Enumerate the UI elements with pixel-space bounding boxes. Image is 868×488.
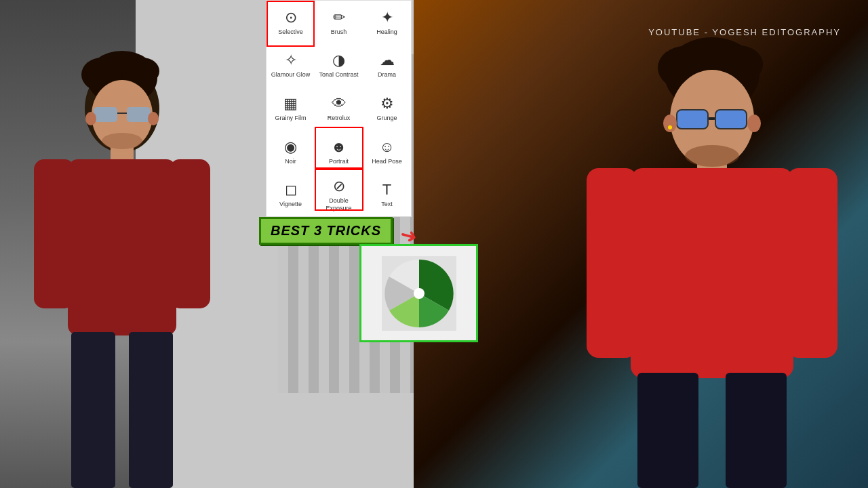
watermark-text: YOUTUBE - YOGESH EDITOGRAPHY	[648, 27, 841, 37]
drama-icon: ☁	[380, 52, 395, 69]
svg-rect-9	[129, 332, 173, 488]
svg-point-36	[685, 145, 739, 167]
tool-portrait[interactable]: ☻ Portrait	[315, 130, 363, 174]
svg-rect-31	[708, 117, 715, 120]
svg-rect-11	[94, 107, 117, 122]
tool-text[interactable]: T Text	[363, 173, 411, 216]
healing-icon: ✦	[381, 9, 393, 26]
selective-icon: ⊙	[285, 9, 297, 26]
svg-rect-7	[170, 159, 210, 308]
svg-rect-25	[787, 168, 837, 358]
color-wheel-area	[359, 244, 478, 342]
svg-rect-27	[726, 373, 787, 488]
svg-rect-30	[715, 110, 747, 129]
person-right-figure	[576, 14, 848, 488]
portrait-icon: ☻	[331, 138, 347, 156]
best-tricks-banner: BEST 3 TRICKS	[259, 217, 393, 245]
svg-rect-24	[587, 168, 637, 358]
svg-rect-29	[677, 110, 708, 129]
glamour-glow-label: Glamour Glow	[271, 71, 311, 79]
head-pose-icon: ☺	[379, 138, 394, 156]
healing-label: Healing	[376, 28, 397, 36]
toolbar-panel: ⊙ Selective ✏ Brush ✦ Healing ✧ Glamour …	[266, 0, 412, 217]
noir-label: Noir	[285, 158, 296, 165]
double-exposure-icon: ⊘	[333, 178, 345, 195]
main-container: ⊙ Selective ✏ Brush ✦ Healing ✧ Glamour …	[0, 0, 868, 488]
vignette-label: Vignette	[279, 201, 302, 208]
glamour-glow-icon: ✧	[285, 52, 297, 69]
tool-drama[interactable]: ☁ Drama	[363, 44, 411, 87]
brush-icon: ✏	[333, 9, 345, 26]
retrolux-label: Retrolux	[328, 115, 351, 122]
tool-grunge[interactable]: ⚙ Grunge	[363, 87, 411, 130]
double-exposure-label: Double Exposure	[316, 197, 361, 212]
grunge-icon: ⚙	[380, 95, 394, 113]
portrait-label: Portrait	[329, 158, 349, 165]
vignette-icon: ◻	[285, 181, 297, 199]
tool-double-exposure[interactable]: ⊘ Double Exposure	[315, 173, 363, 216]
grainy-film-label: Grainy Film	[275, 115, 306, 122]
tool-retrolux[interactable]: 👁 Retrolux	[315, 87, 363, 130]
tool-grainy-film[interactable]: ▦ Grainy Film	[267, 87, 315, 130]
retrolux-icon: 👁	[332, 95, 347, 113]
svg-rect-8	[71, 332, 115, 488]
svg-rect-23	[631, 168, 793, 378]
svg-point-34	[663, 115, 677, 132]
tool-selective[interactable]: ⊙ Selective	[267, 1, 315, 44]
selective-label: Selective	[278, 28, 303, 36]
svg-point-18	[414, 288, 425, 299]
svg-rect-12	[127, 107, 151, 122]
svg-point-35	[747, 115, 761, 132]
tool-tonal-contrast[interactable]: ◑ Tonal Contrast	[315, 44, 363, 87]
text-icon: T	[382, 181, 391, 199]
tool-brush[interactable]: ✏ Brush	[315, 1, 363, 44]
tool-vignette[interactable]: ◻ Vignette	[267, 173, 315, 216]
head-pose-label: Head Pose	[372, 158, 402, 165]
grainy-film-icon: ▦	[283, 95, 298, 113]
tonal-contrast-icon: ◑	[332, 52, 345, 69]
svg-point-37	[668, 125, 672, 129]
grunge-label: Grunge	[376, 115, 397, 122]
svg-point-3	[125, 58, 159, 85]
tool-noir[interactable]: ◉ Noir	[267, 130, 315, 174]
svg-point-14	[85, 112, 96, 125]
text-label: Text	[381, 201, 393, 208]
right-photo-panel: YOUTUBE - YOGESH EDITOGRAPHY	[414, 0, 868, 488]
svg-point-16	[102, 133, 142, 149]
brush-label: Brush	[331, 28, 347, 36]
tool-glamour-glow[interactable]: ✧ Glamour Glow	[267, 44, 315, 87]
svg-rect-5	[68, 159, 176, 336]
tool-head-pose[interactable]: ☺ Head Pose	[363, 130, 411, 174]
tool-healing[interactable]: ✦ Healing	[363, 1, 411, 44]
svg-point-15	[148, 112, 159, 125]
svg-rect-26	[637, 373, 698, 488]
drama-label: Drama	[378, 71, 396, 79]
color-wheel-svg	[382, 256, 456, 331]
svg-rect-6	[34, 159, 75, 308]
tonal-contrast-label: Tonal Contrast	[319, 71, 358, 79]
noir-icon: ◉	[284, 138, 297, 156]
person-left-figure	[20, 27, 224, 488]
